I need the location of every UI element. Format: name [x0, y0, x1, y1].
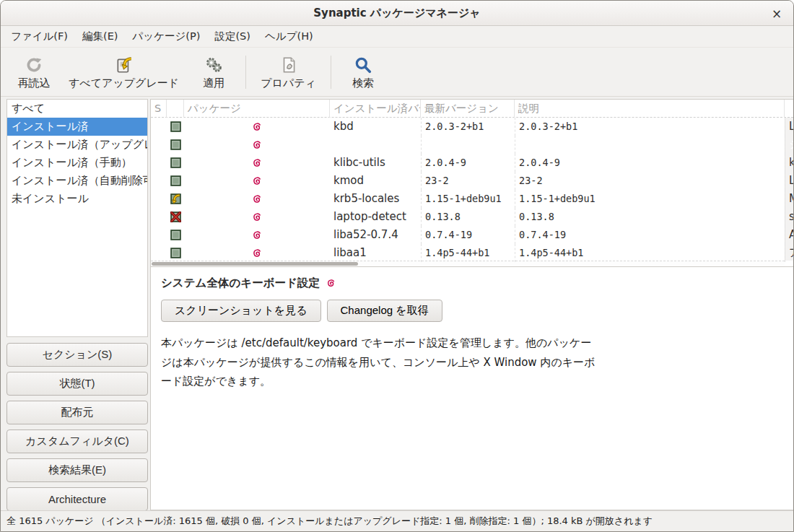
apply-icon — [204, 54, 223, 74]
package-description: klibc により構築された小さな起動初期用ユーティリティ — [785, 154, 793, 172]
debian-swirl-icon — [184, 244, 330, 262]
status-button[interactable]: 状態(T) — [6, 372, 148, 396]
table-row[interactable]: kmod 23-2 23-2 Linux カーネルモジュール管理用ツール — [151, 172, 793, 190]
package-description: ATSC A/52 ストリームデコードライブラリ — [785, 226, 793, 244]
package-name: laptop-detect — [330, 208, 421, 226]
package-description: システム全体のキーボード設定 — [785, 136, 793, 154]
sections-button[interactable]: セクション(S) — [6, 343, 148, 367]
header-installed-version[interactable]: インストール済バージョン — [330, 100, 421, 118]
menu-settings[interactable]: 設定(S) — [207, 27, 258, 46]
filter-item-all[interactable]: すべて — [7, 100, 147, 118]
statusbar-text: 全 1615 パッケージ （インストール済: 1615 個, 破損 0 個, イ… — [6, 515, 653, 528]
filter-item-installed[interactable]: インストール済 — [7, 118, 147, 136]
table-row[interactable]: kbd 2.0.3-2+b1 2.0.3-2+b1 Linux コンソールのフォ… — [151, 118, 793, 136]
latest-version: 1.164 — [515, 136, 785, 154]
debian-swirl-icon — [184, 118, 330, 136]
filter-item-installed-manual[interactable]: インストール済（手動） — [7, 154, 147, 172]
header-package[interactable]: パッケージ — [184, 100, 330, 118]
latest-version: 2.0.3-2+b1 — [515, 118, 785, 136]
header-description[interactable]: 説明 — [515, 100, 785, 118]
package-name: kmod — [330, 172, 421, 190]
custom-filters-button[interactable]: カスタムフィルタ(C) — [6, 429, 148, 453]
details-package-title: システム全体のキーボード設定 — [161, 276, 320, 291]
header-latest-version[interactable]: 最新バージョン — [421, 100, 515, 118]
origin-button[interactable]: 配布元 — [6, 401, 148, 424]
latest-version: 1.4p5-44+b1 — [515, 244, 785, 262]
main-content: すべて インストール済 インストール済（アップグレ インストール済（手動） イン… — [1, 97, 793, 510]
hscroll-thumb[interactable] — [152, 262, 358, 266]
table-row[interactable]: keyboard-configuration 1.164 1.164 システム全… — [151, 136, 793, 154]
latest-version: 1.15-1+deb9u1 — [515, 190, 785, 208]
package-name: klibc-utils — [330, 154, 421, 172]
statusbar: 全 1615 パッケージ （インストール済: 1615 個, 破損 0 個, イ… — [1, 510, 793, 531]
toolbar-separator — [245, 56, 246, 89]
menu-package[interactable]: パッケージ(P) — [126, 27, 208, 46]
debian-swirl-icon — [184, 172, 330, 190]
package-description: MIT Kerberos の国際化サポート — [785, 190, 793, 208]
installed-version: 1.15-1+deb9u1 — [421, 190, 515, 208]
package-table: S パッケージ インストール済バージョン 最新バージョン 説明 — [150, 99, 793, 267]
details-title-row: システム全体のキーボード設定 — [161, 276, 783, 291]
package-description: Linux カーネルモジュール管理用ツール — [785, 172, 793, 190]
debian-swirl-icon — [184, 154, 330, 172]
package-name: keyboard-configuration — [330, 136, 421, 154]
menubar: ファイル(F) 編集(E) パッケージ(P) 設定(S) ヘルプ(H) — [1, 26, 793, 48]
package-description: system chassis type checker — [785, 208, 793, 226]
table-header: S パッケージ インストール済バージョン 最新バージョン 説明 — [151, 100, 793, 118]
reload-button[interactable]: 再読込 — [8, 51, 60, 93]
latest-version: 0.7.4-19 — [515, 226, 785, 244]
upgrade-all-button[interactable]: すべてアップグレード — [60, 51, 188, 93]
debian-swirl-icon — [184, 208, 330, 226]
menu-file[interactable]: ファイル(F) — [4, 27, 75, 46]
reload-icon — [25, 54, 43, 74]
package-name: krb5-locales — [330, 190, 421, 208]
status-filter-list: すべて インストール済 インストール済（アップグレ インストール済（手動） イン… — [6, 99, 148, 337]
installed-version: 2.0.4-9 — [421, 154, 515, 172]
right-pane: S パッケージ インストール済バージョン 最新バージョン 説明 — [150, 97, 793, 510]
properties-button[interactable]: プロパティ — [252, 51, 325, 93]
table-row[interactable]: libaa1 1.4p5-44+b1 1.4p5-44+b1 アスキーアートライ… — [151, 244, 793, 262]
search-results-button[interactable]: 検索結果(E) — [6, 458, 148, 482]
table-row[interactable]: liba52-0.7.4 0.7.4-19 0.7.4-19 ATSC A/52… — [151, 226, 793, 244]
table-body: kbd 2.0.3-2+b1 2.0.3-2+b1 Linux コンソールのフォ… — [151, 118, 793, 262]
table-row[interactable]: krb5-locales 1.15-1+deb9u1 1.15-1+deb9u1… — [151, 190, 793, 208]
header-supported[interactable] — [167, 100, 184, 118]
search-button[interactable]: 検索 — [337, 51, 389, 93]
latest-version: 23-2 — [515, 172, 785, 190]
architecture-button[interactable]: Architecture — [6, 487, 148, 511]
view-screenshot-button[interactable]: スクリーンショットを見る — [161, 300, 321, 322]
debian-swirl-icon — [184, 226, 330, 244]
package-name: liba52-0.7.4 — [330, 226, 421, 244]
properties-icon — [279, 54, 298, 74]
installed-version: 0.13.8 — [421, 208, 515, 226]
left-pane: すべて インストール済 インストール済（アップグレ インストール済（手動） イン… — [1, 97, 150, 510]
debian-swirl-icon — [326, 278, 336, 289]
status-icon — [167, 190, 184, 208]
installed-version: 1.164 — [421, 136, 515, 154]
close-button[interactable]: × — [769, 6, 785, 22]
status-icon — [167, 244, 184, 262]
titlebar: Synaptic パッケージマネージャ × — [1, 1, 793, 26]
latest-version: 0.13.8 — [515, 208, 785, 226]
filter-item-not-installed[interactable]: 未インストール — [7, 190, 147, 208]
installed-version: 1.4p5-44+b1 — [421, 244, 515, 262]
header-status[interactable]: S — [151, 100, 167, 118]
latest-version: 2.0.4-9 — [515, 154, 785, 172]
package-name: libaa1 — [330, 244, 421, 262]
filter-item-installed-autoremovable[interactable]: インストール済（自動削除可 — [7, 172, 147, 190]
menu-edit[interactable]: 編集(E) — [75, 27, 125, 46]
details-buttons: スクリーンショットを見る Changelog を取得 — [161, 300, 783, 322]
installed-version: 23-2 — [421, 172, 515, 190]
search-icon — [354, 54, 372, 74]
filter-item-installed-upgradable[interactable]: インストール済（アップグレ — [7, 136, 147, 154]
view-buttons: セクション(S) 状態(T) 配布元 カスタムフィルタ(C) 検索結果(E) A… — [6, 343, 148, 511]
table-row[interactable]: klibc-utils 2.0.4-9 2.0.4-9 klibc により構築さ… — [151, 154, 793, 172]
menu-help[interactable]: ヘルプ(H) — [258, 27, 320, 46]
status-icon — [167, 226, 184, 244]
details-description: 本パッケージは /etc/default/keyboard でキーボード設定を管… — [161, 333, 600, 391]
get-changelog-button[interactable]: Changelog を取得 — [327, 300, 442, 322]
synaptic-window: Synaptic パッケージマネージャ × ファイル(F) 編集(E) パッケー… — [0, 0, 794, 532]
table-row[interactable]: laptop-detect 0.13.8 0.13.8 system chass… — [151, 208, 793, 226]
apply-button[interactable]: 適用 — [188, 51, 240, 93]
status-icon — [167, 118, 184, 136]
